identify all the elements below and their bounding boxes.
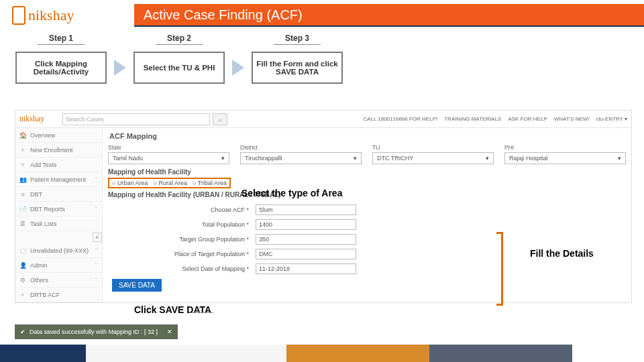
close-icon[interactable]: ✕: [167, 328, 172, 335]
chevron-down-icon: ▾: [221, 155, 225, 162]
area-type-radios[interactable]: Urban Area Rural Area Tribal Area: [108, 178, 231, 188]
step-3: Step 3 Fill the Form and click SAVE DATA: [254, 32, 341, 84]
chevron-down-icon: ▾: [354, 155, 357, 162]
app-screenshot: nikshay Search Cases ⌕ CALL 1800116666 F…: [15, 110, 632, 303]
state-select[interactable]: Tamil Nadu▾: [108, 152, 229, 164]
step-box: Fill the Form and click SAVE DATA: [252, 52, 343, 84]
top-link[interactable]: WHAT'S NEW!: [554, 116, 590, 122]
field-label: Target Group Population *: [108, 236, 256, 243]
app-sidebar: 🏠Overview +New Enrollment +Add Tests 👥Pa…: [15, 128, 103, 302]
steps-row: Step 1 Click Mapping Details/Activity St…: [17, 32, 341, 84]
step-label: Step 3: [274, 32, 321, 45]
top-link[interactable]: ASK FOR HELP: [508, 116, 547, 122]
district-field: DistrictTiruchirappalli▾: [240, 144, 362, 164]
chevron-down-icon: ˅: [95, 176, 98, 183]
sidebar-item[interactable]: 📄DBT Reports˅: [15, 202, 102, 217]
page-heading: ACF Mapping: [109, 132, 626, 140]
chevron-down-icon: ▾: [486, 155, 489, 162]
top-links: CALL 1800116666 FOR HELP! TRAINING MATER…: [363, 116, 631, 122]
step-box: Click Mapping Details/Activity: [15, 52, 107, 84]
phi-field: PHIRajaji Hospital▾: [504, 144, 626, 164]
sidebar-item[interactable]: +New Enrollment: [15, 143, 102, 158]
search-icon: ⌕: [219, 116, 222, 123]
field-label: Place of Target Population *: [108, 251, 256, 257]
chevron-down-icon: ˅: [95, 247, 98, 254]
chevron-down-icon: ▾: [618, 155, 621, 162]
doc-icon: 📄: [19, 206, 26, 213]
step-label: Step 1: [38, 32, 85, 45]
arrow-icon: [232, 60, 244, 76]
chevron-down-icon: ˅: [95, 206, 98, 213]
field-label: Choose ACF *: [108, 206, 256, 213]
slide-logo: nikshay: [0, 4, 134, 27]
top-link[interactable]: CALL 1800116666 FOR HELP!: [363, 116, 437, 122]
callout-area: Select the type of Area: [241, 188, 342, 198]
sidebar-item[interactable]: 👤Admin˅: [15, 258, 102, 273]
toast-text: Data saved successfully with Mapping ID …: [30, 328, 158, 335]
top-link[interactable]: cto-ENTRY ▾: [596, 116, 627, 122]
step-2: Step 2 Select the TU & PHI: [136, 32, 223, 84]
user-icon: 👤: [19, 262, 26, 269]
total-pop-input[interactable]: 1400: [256, 219, 356, 230]
plus-icon: +: [19, 162, 26, 168]
save-data-button[interactable]: SAVE DATA: [112, 279, 162, 292]
tu-select[interactable]: DTC TRICHY▾: [372, 152, 494, 164]
logo-phone-icon: [12, 6, 25, 25]
tu-field: TUDTC TRICHY▾: [372, 144, 494, 164]
district-select[interactable]: Tiruchirappalli▾: [240, 152, 362, 164]
collapse-button[interactable]: <: [93, 233, 102, 242]
step-1: Step 1 Click Mapping Details/Activity: [17, 32, 105, 84]
home-icon: 🏠: [19, 132, 26, 139]
check-icon: ✔: [20, 328, 25, 335]
search-button[interactable]: ⌕: [213, 113, 227, 125]
callout-fill: Fill the Details: [530, 248, 594, 259]
chevron-down-icon: ˅: [95, 262, 98, 269]
gear-icon: ⚙: [19, 277, 26, 284]
footer-colorbar: [0, 345, 644, 362]
sidebar-item[interactable]: 👥Patient Management˅: [15, 172, 102, 187]
date-map-input[interactable]: 11-12-2018: [256, 263, 356, 274]
phi-select[interactable]: Rajaji Hospital▾: [504, 152, 626, 164]
sidebar-item[interactable]: 🏠Overview: [15, 128, 102, 143]
sidebar-item[interactable]: ≡DBT: [15, 187, 102, 202]
chevron-down-icon: ˅: [95, 277, 98, 284]
field-label: Total Population *: [108, 221, 256, 228]
arrow-line: [189, 312, 213, 313]
callout-save: Click SAVE DATA: [134, 304, 211, 315]
sidebar-item[interactable]: ⬚Unvalidated (99-XXX)˅: [15, 243, 102, 258]
target-pop-input[interactable]: 350: [256, 234, 356, 245]
success-toast: ✔ Data saved successfully with Mapping I…: [15, 324, 178, 339]
radio-rural[interactable]: Rural Area: [153, 180, 186, 186]
place-target-input[interactable]: DMC: [256, 249, 356, 259]
bracket-icon: [496, 232, 503, 306]
choose-acf-select[interactable]: Slum: [256, 204, 356, 215]
search-input[interactable]: Search Cases: [62, 113, 210, 125]
plus-icon: +: [19, 147, 26, 154]
plus-icon: +: [19, 292, 26, 298]
section-heading: Mapping of Health Facility (URBAN / RURA…: [108, 191, 626, 198]
sidebar-item[interactable]: ⚙Others˅: [15, 273, 102, 288]
radio-tribal[interactable]: Tribal Area: [193, 180, 227, 186]
arrow-icon: [114, 60, 126, 76]
logo-text: nikshay: [28, 7, 74, 24]
group-icon: 👥: [19, 176, 26, 183]
app-logo: nikshay: [15, 114, 62, 124]
app-topbar: nikshay Search Cases ⌕ CALL 1800116666 F…: [15, 111, 631, 128]
step-box: Select the TU & PHI: [133, 52, 225, 84]
state-field: StateTamil Nadu▾: [108, 144, 229, 164]
list-icon: ≡: [19, 191, 26, 198]
box-icon: ⬚: [19, 247, 26, 254]
sidebar-item[interactable]: +Add Tests: [15, 158, 102, 172]
sidebar-item[interactable]: +DRTB ACF: [15, 288, 102, 302]
step-label: Step 2: [156, 32, 203, 45]
app-main: ACF Mapping StateTamil Nadu▾ DistrictTir…: [103, 128, 631, 302]
field-label: Select Date of Mapping *: [108, 265, 256, 272]
sidebar-item[interactable]: ≣Task Lists: [15, 217, 102, 231]
tasks-icon: ≣: [19, 221, 26, 227]
slide-title: Active Case Finding (ACF): [134, 4, 644, 27]
section-heading: Mapping of Health Facility: [108, 168, 626, 176]
radio-urban[interactable]: Urban Area: [112, 180, 148, 186]
top-link[interactable]: TRAINING MATERIALS: [444, 116, 501, 122]
